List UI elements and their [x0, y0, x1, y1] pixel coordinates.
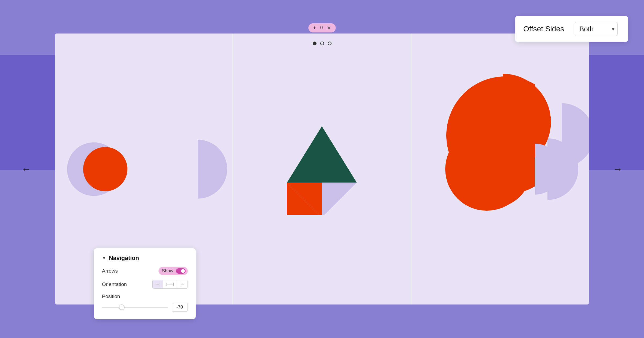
- svg-point-6: [445, 128, 528, 211]
- carousel-dots: [313, 42, 332, 45]
- offset-sides-panel: Offset Sides Both Left Right None ▾: [515, 16, 628, 42]
- toolbar: + ⠿ ✕: [308, 23, 336, 32]
- slider-row: -70: [102, 303, 188, 312]
- toolbar-drag-button[interactable]: ⠿: [319, 25, 324, 30]
- svg-marker-0: [287, 126, 357, 183]
- offset-sides-label: Offset Sides: [523, 25, 564, 33]
- toggle-switch[interactable]: [176, 268, 186, 274]
- slide-2: [233, 34, 411, 304]
- arrows-label: Arrows: [102, 268, 118, 274]
- svg-marker-2: [322, 183, 357, 215]
- left-half-circle: [198, 140, 227, 199]
- right-shapes-svg: [433, 102, 567, 236]
- toolbar-add-button[interactable]: +: [312, 25, 317, 30]
- left-red-circle: [83, 147, 127, 191]
- dot-3[interactable]: [328, 42, 332, 45]
- offset-sides-select[interactable]: Both Left Right None: [575, 22, 618, 36]
- arrows-row: Arrows Show: [102, 267, 188, 275]
- orientation-row: Orientation ⊣ ⊢⊣ ⊢: [102, 280, 188, 289]
- nav-panel-collapse-icon[interactable]: ▼: [102, 256, 106, 261]
- toggle-wrapper[interactable]: Show: [159, 267, 188, 275]
- orientation-buttons: ⊣ ⊢⊣ ⊢: [152, 280, 188, 289]
- arrow-right-button[interactable]: →: [613, 164, 623, 175]
- navigation-panel: ▼ Navigation Arrows Show Orientation ⊣ ⊢…: [94, 248, 196, 319]
- offset-select-wrapper: Both Left Right None ▾: [575, 22, 618, 36]
- center-tangram-svg: [286, 124, 358, 215]
- orient-btn-right[interactable]: ⊢: [177, 280, 187, 288]
- orientation-label: Orientation: [102, 281, 127, 287]
- right-shapes-overlay: [411, 34, 589, 304]
- position-value[interactable]: -70: [172, 303, 188, 312]
- orient-btn-left[interactable]: ⊣: [153, 280, 163, 288]
- slider-fill: [102, 307, 122, 308]
- toggle-knob: [181, 269, 185, 273]
- bg-rect-left: [0, 55, 58, 170]
- orient-btn-center[interactable]: ⊢⊣: [163, 280, 177, 288]
- slide-3: [411, 34, 589, 304]
- dot-2[interactable]: [320, 42, 324, 45]
- center-svg-container: [233, 34, 411, 304]
- arrow-left-button[interactable]: ←: [21, 164, 31, 175]
- dot-1[interactable]: [313, 42, 317, 45]
- position-label: Position: [102, 294, 188, 299]
- slider-thumb[interactable]: [119, 304, 124, 310]
- position-row: Position -70: [102, 294, 188, 312]
- bg-rect-right: [586, 55, 644, 170]
- toggle-text: Show: [162, 268, 173, 274]
- slider-track[interactable]: [102, 307, 168, 308]
- toolbar-close-button[interactable]: ✕: [326, 25, 332, 30]
- nav-panel-title: Navigation: [109, 255, 139, 262]
- nav-panel-header: ▼ Navigation: [102, 255, 188, 262]
